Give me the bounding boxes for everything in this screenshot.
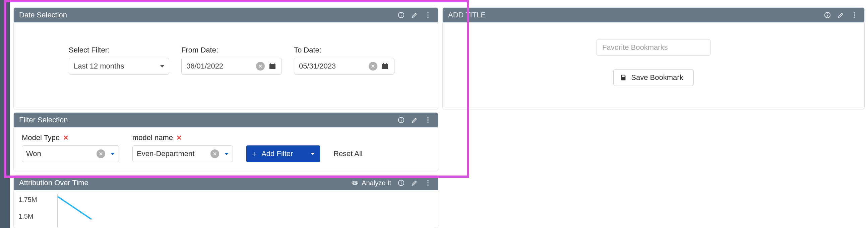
chevron-down-icon — [224, 153, 228, 155]
analyze-it-label: Analyze It — [362, 179, 391, 187]
clear-icon[interactable] — [369, 62, 377, 71]
info-icon[interactable] — [397, 10, 406, 20]
save-icon — [620, 74, 627, 81]
panel-header: Filter Selection — [14, 113, 438, 127]
favorite-bookmarks-select[interactable]: Favorite Bookmarks — [596, 39, 711, 56]
app-left-rail — [0, 0, 10, 228]
favorite-bookmarks-placeholder: Favorite Bookmarks — [602, 43, 668, 52]
panel-title: Date Selection — [19, 11, 67, 20]
svg-point-31 — [854, 12, 855, 13]
svg-point-23 — [428, 122, 429, 123]
panel-header: Date Selection — [14, 8, 438, 23]
svg-point-5 — [428, 17, 429, 18]
info-icon[interactable] — [397, 178, 406, 188]
add-filter-button[interactable]: + Add Filter — [246, 145, 320, 162]
filter-chip-model-type[interactable]: Won — [22, 145, 119, 162]
remove-filter-icon[interactable]: ✕ — [63, 134, 69, 142]
bookmarks-panel: ADD TITLE Favorite Bookmarks Save Bookma… — [442, 7, 865, 109]
svg-point-40 — [428, 180, 429, 181]
filter-chip-label: Model Type — [22, 134, 60, 142]
clear-icon[interactable] — [256, 62, 265, 71]
panel-header: Attribution Over Time Analyze It — [14, 176, 438, 190]
chevron-down-icon — [160, 65, 164, 68]
info-icon[interactable] — [397, 115, 406, 125]
chart-area: 1.75M 1.5M — [14, 190, 438, 228]
add-filter-label: Add Filter — [261, 149, 311, 158]
svg-point-30 — [827, 13, 828, 14]
svg-point-2 — [401, 13, 402, 14]
edit-icon[interactable] — [410, 10, 419, 20]
svg-rect-16 — [383, 63, 384, 65]
svg-point-20 — [401, 118, 402, 119]
edit-icon[interactable] — [410, 178, 419, 188]
svg-point-42 — [428, 185, 429, 186]
plus-icon: + — [252, 149, 257, 159]
svg-point-21 — [428, 117, 429, 118]
y-axis-tick: 1.5M — [19, 213, 33, 220]
svg-point-3 — [428, 12, 429, 13]
info-icon[interactable] — [823, 10, 832, 20]
more-icon[interactable] — [423, 115, 433, 125]
panel-title: Filter Selection — [19, 116, 68, 124]
analyze-it-button[interactable]: Analyze It — [351, 179, 391, 187]
svg-point-36 — [355, 182, 357, 184]
svg-point-41 — [428, 183, 429, 184]
filter-chip-model-name[interactable]: Even-Department — [132, 145, 233, 162]
panel-title: Attribution Over Time — [19, 179, 89, 187]
more-icon[interactable] — [423, 10, 433, 20]
filter-selection-panel: Filter Selection Model Type ✕ — [13, 112, 438, 171]
date-selection-panel: Date Selection Select Filter: Last 12 mo… — [13, 7, 438, 109]
from-date-input[interactable]: 06/01/2022 — [181, 58, 282, 75]
svg-point-35 — [353, 182, 354, 184]
more-icon[interactable] — [849, 10, 859, 20]
calendar-icon[interactable] — [381, 62, 390, 71]
select-filter-label: Select Filter: — [69, 46, 169, 54]
edit-icon[interactable] — [410, 115, 419, 125]
clear-icon[interactable] — [211, 149, 219, 158]
select-filter-dropdown[interactable]: Last 12 months — [69, 58, 169, 75]
select-filter-value: Last 12 months — [74, 62, 124, 71]
chevron-down-icon — [311, 153, 315, 155]
svg-point-22 — [428, 120, 429, 121]
svg-point-33 — [854, 17, 855, 18]
to-date-label: To Date: — [294, 46, 395, 54]
svg-rect-15 — [382, 64, 388, 69]
clear-icon[interactable] — [96, 149, 105, 158]
chart-plot — [57, 194, 431, 228]
svg-rect-11 — [274, 63, 275, 65]
from-date-value: 06/01/2022 — [186, 62, 256, 71]
from-date-label: From Date: — [181, 46, 282, 54]
svg-point-39 — [401, 181, 402, 182]
more-icon[interactable] — [423, 178, 433, 188]
reset-all-link[interactable]: Reset All — [334, 149, 363, 158]
save-bookmark-label: Save Bookmark — [631, 73, 683, 82]
filter-chip-label: model name — [132, 134, 173, 142]
filter-chip-value: Won — [26, 149, 96, 158]
to-date-input[interactable]: 05/31/2023 — [294, 58, 395, 75]
filter-chip-value: Even-Department — [137, 149, 211, 158]
svg-point-32 — [854, 15, 855, 16]
save-bookmark-button[interactable]: Save Bookmark — [613, 69, 693, 86]
calendar-icon[interactable] — [268, 62, 277, 71]
to-date-value: 05/31/2023 — [299, 62, 369, 71]
svg-rect-10 — [271, 63, 271, 65]
panel-title-placeholder[interactable]: ADD TITLE — [448, 11, 486, 20]
edit-icon[interactable] — [836, 10, 845, 20]
panel-header: ADD TITLE — [443, 8, 864, 23]
chevron-down-icon — [111, 153, 115, 155]
svg-rect-17 — [386, 63, 387, 65]
attribution-chart-panel: Attribution Over Time Analyze It 1.75M 1… — [13, 175, 438, 228]
svg-point-4 — [428, 15, 429, 16]
y-axis-tick: 1.75M — [19, 196, 37, 203]
remove-filter-icon[interactable]: ✕ — [176, 134, 182, 142]
